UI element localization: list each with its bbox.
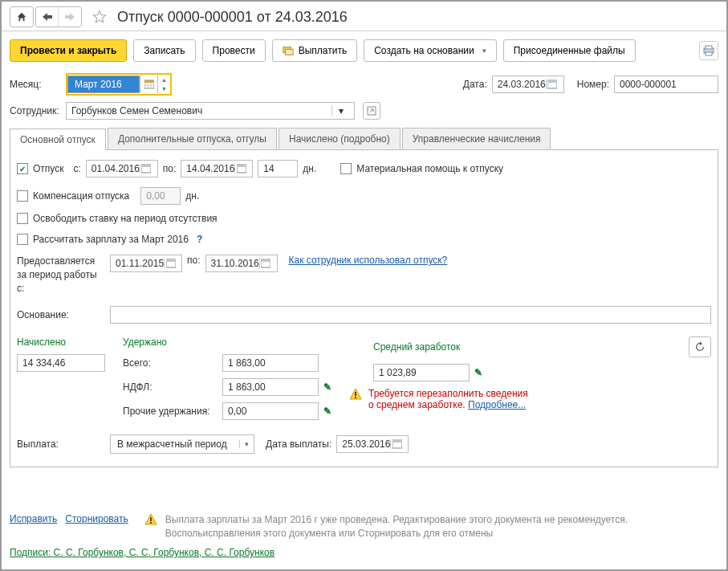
month-selector[interactable]: Март 2016 ▲▼ [66, 73, 172, 96]
payout-date-value: 25.03.2016 [342, 438, 390, 450]
reverse-link[interactable]: Сторнировать [65, 513, 128, 524]
pay-button[interactable]: Выплатить [272, 39, 358, 62]
tax-value[interactable]: 1 863,00 [222, 378, 319, 396]
print-button[interactable] [699, 41, 718, 60]
svg-rect-18 [166, 259, 176, 262]
tab-accrued[interactable]: Начислено (подробно) [279, 128, 401, 149]
basis-field[interactable] [110, 306, 711, 324]
signatures-link[interactable]: Подписи: С. С. Горбунков, С. С. Горбунко… [10, 547, 275, 558]
employee-open-button[interactable] [363, 102, 380, 120]
tab-additional[interactable]: Дополнительные отпуска, отгулы [108, 128, 277, 149]
payout-mode-value: В межрасчетный период [117, 438, 227, 450]
accrued-header: Начислено [17, 336, 113, 348]
date-label: Дата: [463, 79, 487, 90]
calendar-icon[interactable] [164, 259, 177, 268]
month-label: Месяц: [10, 79, 61, 90]
number-field[interactable]: 0000-000001 [614, 75, 718, 93]
svg-rect-26 [150, 522, 152, 524]
help-icon[interactable]: ? [197, 234, 202, 245]
checkbox-icon [17, 190, 28, 202]
warning-icon [144, 513, 157, 526]
more-link[interactable]: Подробнее... [468, 399, 526, 410]
calendar-icon[interactable] [390, 439, 403, 449]
header-row-1: Месяц: Март 2016 ▲▼ Дата: 24.03.2016 Ном… [2, 70, 726, 99]
employee-dropdown-icon[interactable]: ▾ [331, 105, 349, 116]
svg-rect-16 [237, 165, 246, 167]
nav-buttons [10, 6, 82, 27]
vacation-to-value: 14.04.2016 [186, 163, 234, 174]
other-ded-value[interactable]: 0,00 [222, 402, 319, 420]
tax-label: НДФЛ: [123, 381, 218, 393]
svg-rect-24 [392, 440, 402, 443]
period-from-field[interactable]: 01.11.2015 [110, 255, 182, 272]
sign-names: С. С. Горбунков, С. С. Горбунков, С. С. … [54, 547, 275, 558]
avg-header: Средний заработок [373, 341, 460, 353]
payout-mode-combo[interactable]: В межрасчетный период ▾ [110, 434, 254, 454]
month-calendar-icon[interactable] [140, 75, 157, 93]
svg-rect-21 [355, 392, 356, 396]
accrued-value[interactable]: 14 334,46 [17, 354, 105, 372]
vacation-usage-link[interactable]: Как сотрудник использовал отпуск? [289, 255, 448, 266]
compensation-label: Компенсация отпуска [33, 190, 129, 202]
date-field[interactable]: 24.03.2016 [492, 75, 564, 93]
employee-row: Сотрудник: Горбунков Семен Семенович ▾ [2, 99, 726, 123]
tab-main-vacation[interactable]: Основной отпуск [10, 128, 106, 150]
svg-rect-6 [144, 80, 154, 83]
calendar-icon[interactable] [259, 259, 272, 268]
fix-link[interactable]: Исправить [10, 513, 57, 524]
material-help-checkbox[interactable]: Материальная помощь к отпуску [340, 163, 503, 174]
warn-line1: Требуется перезаполнить сведения [368, 388, 528, 399]
favorite-icon[interactable] [90, 7, 109, 27]
vacation-days-field[interactable]: 14 [258, 160, 298, 177]
calc-salary-checkbox[interactable]: Рассчитать зарплату за Март 2016 [17, 234, 189, 245]
vacation-from-field[interactable]: 01.04.2016 [86, 160, 158, 177]
material-help-label: Материальная помощь к отпуску [356, 163, 503, 174]
payout-date-label: Дата выплаты: [266, 438, 331, 450]
post-and-close-button[interactable]: Провести и закрыть [10, 39, 127, 62]
svg-rect-22 [355, 397, 356, 398]
home-button[interactable] [10, 6, 34, 27]
calendar-icon[interactable] [234, 164, 247, 173]
compensation-checkbox[interactable]: Компенсация отпуска [17, 190, 129, 202]
checkbox-icon: ✔ [17, 163, 28, 174]
period-label: Предоставляется за период работы с: [17, 255, 105, 295]
edit-other-icon[interactable]: ✎ [323, 406, 331, 417]
attached-files-button[interactable]: Присоединенные файлы [503, 39, 636, 62]
footer-warning-text: Выплата зарплаты за Март 2016 г уже пров… [165, 513, 718, 540]
period-to-field[interactable]: 31.10.2016 [205, 255, 278, 272]
refresh-button[interactable] [689, 336, 711, 357]
pay-icon [283, 45, 294, 56]
to-label: по: [163, 163, 177, 174]
sign-prefix: Подписи: [10, 547, 54, 558]
employee-value: Горбунков Семен Семенович [71, 105, 202, 116]
edit-tax-icon[interactable]: ✎ [323, 381, 331, 393]
avg-warning-text: Требуется перезаполнить сведения о средн… [368, 388, 537, 410]
date-calendar-icon[interactable] [546, 80, 559, 89]
warn-line2: о среднем заработке. [368, 399, 468, 410]
back-button[interactable] [36, 7, 59, 27]
date-value: 24.03.2016 [498, 79, 546, 90]
dropdown-icon: ▾ [239, 440, 249, 448]
forward-button[interactable] [59, 7, 81, 27]
pay-label: Выплатить [299, 45, 348, 56]
edit-avg-icon[interactable]: ✎ [474, 367, 482, 378]
create-on-basis-button[interactable]: Создать на основании [364, 39, 497, 62]
footer: Исправить Сторнировать Выплата зарплаты … [10, 510, 718, 561]
period-from-value: 01.11.2015 [116, 258, 164, 269]
avg-value[interactable]: 1 023,89 [373, 364, 470, 381]
tab-management[interactable]: Управленческие начисления [402, 128, 551, 149]
calendar-icon[interactable] [140, 164, 153, 173]
employee-field[interactable]: Горбунков Семен Семенович ▾ [66, 102, 355, 120]
basis-label: Основание: [17, 309, 105, 320]
month-field[interactable]: Март 2016 [67, 75, 140, 93]
payout-date-field[interactable]: 25.03.2016 [336, 435, 409, 453]
svg-rect-25 [150, 517, 152, 521]
total-value[interactable]: 1 863,00 [222, 354, 319, 372]
month-stepper[interactable]: ▲▼ [157, 75, 170, 93]
post-button[interactable]: Провести [202, 39, 266, 62]
svg-rect-20 [261, 259, 270, 262]
write-button[interactable]: Записать [133, 39, 195, 62]
free-rate-checkbox[interactable]: Освободить ставку на период отсутствия [17, 213, 218, 224]
vacation-to-field[interactable]: 14.04.2016 [181, 160, 253, 177]
vacation-checkbox[interactable]: ✔ Отпуск [17, 163, 63, 174]
